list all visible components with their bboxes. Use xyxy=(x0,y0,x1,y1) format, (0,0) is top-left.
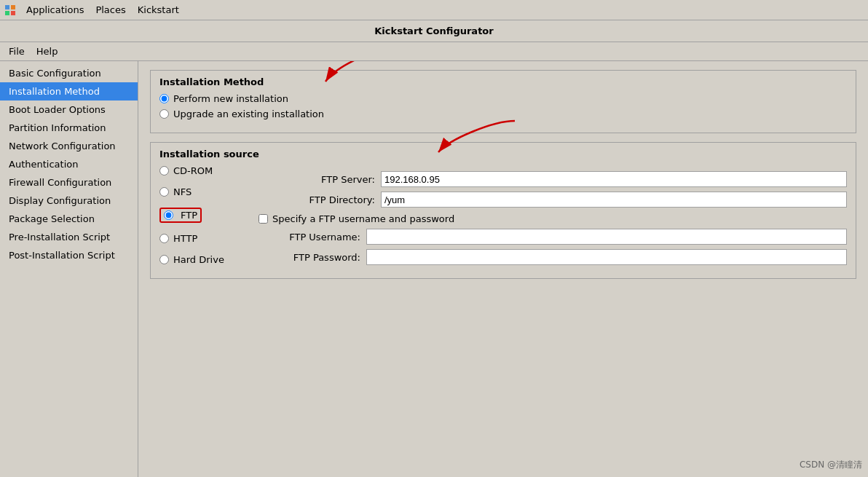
sidebar-item-boot-loader[interactable]: Boot Loader Options xyxy=(0,100,138,119)
title-bar: Kickstart Configurator xyxy=(0,20,868,42)
specify-credentials-checkbox[interactable] xyxy=(259,214,268,224)
radio-row-new-install: Perform new installation xyxy=(159,93,847,104)
radio-nfs[interactable] xyxy=(159,187,169,197)
sidebar-item-network[interactable]: Network Configuration xyxy=(0,137,138,155)
kickstart-menu[interactable]: Kickstart xyxy=(132,3,185,17)
places-menu[interactable]: Places xyxy=(90,3,131,17)
specify-credentials-label[interactable]: Specify a FTP username and password xyxy=(272,213,454,224)
cdrom-label[interactable]: CD-ROM xyxy=(173,165,213,176)
radio-row-nfs: NFS xyxy=(159,186,247,197)
new-installation-label[interactable]: Perform new installation xyxy=(173,93,288,104)
radio-hard-drive[interactable] xyxy=(159,255,169,264)
specify-credentials-row: Specify a FTP username and password xyxy=(259,213,847,224)
sidebar-item-firewall[interactable]: Firewall Configuration xyxy=(0,173,138,192)
radio-row-cdrom: CD-ROM xyxy=(159,165,247,176)
ftp-server-label: FTP Server: xyxy=(273,174,375,185)
sidebar: Basic Configuration Installation Method … xyxy=(0,61,138,477)
applications-menu[interactable]: Applications xyxy=(20,3,90,17)
radio-cdrom[interactable] xyxy=(159,166,169,176)
sidebar-item-authentication[interactable]: Authentication xyxy=(0,155,138,173)
radio-new-installation[interactable] xyxy=(159,94,169,103)
installation-method-title: Installation Method xyxy=(159,76,847,87)
radio-http[interactable] xyxy=(159,234,169,243)
ftp-credentials-grid: FTP Username: FTP Password: xyxy=(259,229,847,265)
source-radios-col: CD-ROM NFS FTP xyxy=(159,165,247,269)
ftp-form-grid: FTP Server: FTP Directory: xyxy=(273,171,847,208)
content-area: Installation Method Perform new installa… xyxy=(138,61,868,477)
installation-source-title: Installation source xyxy=(159,149,847,159)
ftp-password-label: FTP Password: xyxy=(259,252,360,263)
radio-row-upgrade: Upgrade an existing installation xyxy=(159,109,847,119)
sidebar-item-packages[interactable]: Package Selection xyxy=(0,210,138,228)
sidebar-item-partition[interactable]: Partition Information xyxy=(0,119,138,137)
ftp-directory-label: FTP Directory: xyxy=(273,194,375,205)
main-layout: Basic Configuration Installation Method … xyxy=(0,61,868,477)
ftp-server-input[interactable] xyxy=(381,171,847,187)
file-menu[interactable]: File xyxy=(3,44,31,58)
app-menubar: File Help xyxy=(0,42,868,61)
sidebar-item-basic-configuration[interactable]: Basic Configuration xyxy=(0,64,138,82)
app-icon xyxy=(3,3,17,17)
top-menubar: Applications Places Kickstart xyxy=(0,0,868,20)
source-form-col: FTP Server: FTP Directory: Specify a FTP… xyxy=(259,165,847,269)
ftp-username-input[interactable] xyxy=(366,229,847,245)
ftp-highlight-box: FTP xyxy=(159,208,202,223)
radio-row-ftp: FTP xyxy=(159,208,247,223)
radio-row-harddrive: Hard Drive xyxy=(159,254,247,265)
sidebar-item-post-script[interactable]: Post-Installation Script xyxy=(0,246,138,264)
http-label[interactable]: HTTP xyxy=(173,233,197,244)
help-menu[interactable]: Help xyxy=(31,44,64,58)
hard-drive-label[interactable]: Hard Drive xyxy=(173,254,224,265)
installation-source-section: Installation source CD- xyxy=(150,142,856,279)
source-layout: CD-ROM NFS FTP xyxy=(159,165,847,269)
sidebar-item-installation-method[interactable]: Installation Method xyxy=(0,82,138,100)
ftp-username-label: FTP Username: xyxy=(259,232,360,243)
watermark: CSDN @清瞳清 xyxy=(800,459,862,471)
sidebar-item-pre-script[interactable]: Pre-Installation Script xyxy=(0,228,138,246)
svg-rect-1 xyxy=(11,5,15,9)
upgrade-label[interactable]: Upgrade an existing installation xyxy=(173,109,324,119)
ftp-label[interactable]: FTP xyxy=(181,210,197,221)
installation-method-section: Installation Method Perform new installa… xyxy=(150,70,856,133)
svg-rect-2 xyxy=(5,11,9,15)
radio-row-http: HTTP xyxy=(159,233,247,244)
sidebar-item-display[interactable]: Display Configuration xyxy=(0,192,138,210)
ftp-password-input[interactable] xyxy=(366,249,847,265)
radio-upgrade[interactable] xyxy=(159,109,169,119)
window-title: Kickstart Configurator xyxy=(374,25,493,36)
radio-ftp[interactable] xyxy=(164,210,173,220)
ftp-directory-input[interactable] xyxy=(381,192,847,208)
svg-rect-0 xyxy=(5,5,9,9)
svg-rect-3 xyxy=(11,11,15,15)
nfs-label[interactable]: NFS xyxy=(173,186,192,197)
